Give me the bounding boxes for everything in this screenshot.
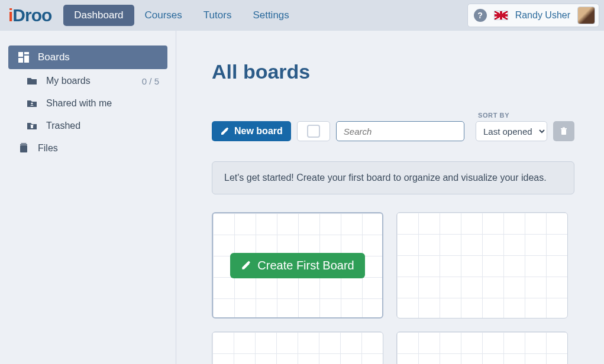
user-name: Randy Usher	[515, 10, 570, 21]
sidebar-item-files[interactable]: Files	[8, 138, 167, 159]
files-icon	[18, 142, 30, 154]
sidebar-item-trashed[interactable]: Trashed	[8, 115, 167, 136]
logo[interactable]: iDroo	[5, 5, 57, 25]
getting-started-text: Let's get started! Create your first boa…	[224, 173, 547, 183]
svg-rect-1	[24, 52, 29, 54]
create-first-board-button[interactable]: Create First Board	[230, 253, 364, 278]
board-grid-row2	[212, 332, 574, 364]
getting-started-banner: Let's get started! Create your first boa…	[212, 161, 574, 194]
sidebar-my-boards-label: My boards	[46, 76, 142, 86]
nav-courses[interactable]: Courses	[134, 5, 193, 26]
new-board-label: New board	[234, 126, 283, 136]
sidebar-my-boards-count: 0 / 5	[142, 76, 159, 86]
sort-by-label: SORT BY	[476, 112, 574, 119]
page-title: All boards	[212, 60, 574, 83]
help-icon[interactable]: ?	[474, 9, 487, 22]
svg-rect-13	[563, 128, 565, 129]
topbar: iDroo Dashboard Courses Tutors Settings …	[0, 0, 604, 31]
user-box[interactable]: ? Randy Usher	[467, 4, 599, 27]
logo-rest: Droo	[12, 5, 51, 25]
search-input[interactable]	[336, 121, 464, 141]
sidebar-item-my-boards[interactable]: My boards 0 / 5	[8, 70, 167, 92]
sidebar-files-label: Files	[38, 143, 159, 154]
flag-icon[interactable]	[494, 11, 508, 20]
nav-tabs: Dashboard Courses Tutors Settings	[63, 5, 299, 26]
nav-tutors[interactable]: Tutors	[193, 5, 243, 26]
dashboard-icon	[18, 51, 30, 63]
board-card-empty[interactable]	[396, 212, 568, 318]
select-all-toggle[interactable]	[297, 121, 330, 141]
edit-icon	[220, 126, 230, 136]
sidebar-shared-label: Shared with me	[46, 98, 159, 109]
trash-folder-icon	[26, 120, 38, 132]
board-grid: Create First Board	[212, 212, 574, 318]
sidebar-item-boards[interactable]: Boards	[8, 46, 167, 69]
svg-rect-0	[18, 52, 23, 57]
sidebar-boards-label: Boards	[38, 51, 159, 63]
sidebar-item-shared[interactable]: Shared with me	[8, 93, 167, 114]
main: All boards New board SORT BY Last opened	[176, 31, 604, 364]
create-first-board-label: Create First Board	[257, 259, 354, 272]
checkbox-outline-icon	[307, 125, 320, 138]
svg-rect-12	[561, 128, 567, 129]
svg-rect-9	[21, 143, 27, 144]
svg-point-4	[31, 102, 33, 104]
board-card-empty[interactable]	[396, 332, 568, 364]
svg-rect-11	[561, 129, 566, 135]
sort-by-select[interactable]: Last opened	[476, 121, 547, 141]
trash-icon	[559, 126, 569, 136]
svg-rect-3	[18, 58, 23, 63]
shared-folder-icon	[26, 98, 38, 109]
board-card-empty[interactable]	[212, 332, 383, 364]
create-first-board-card[interactable]: Create First Board	[212, 212, 383, 318]
folder-icon	[26, 75, 38, 87]
trash-button[interactable]	[553, 121, 574, 141]
nav-settings[interactable]: Settings	[242, 5, 299, 26]
avatar[interactable]	[577, 6, 595, 24]
sidebar-trashed-label: Trashed	[46, 121, 159, 131]
svg-rect-7	[20, 145, 27, 152]
edit-icon	[241, 260, 251, 271]
svg-rect-6	[30, 125, 33, 125]
svg-rect-2	[24, 56, 29, 63]
nav-dashboard[interactable]: Dashboard	[63, 5, 134, 26]
svg-rect-5	[31, 125, 33, 128]
svg-rect-8	[20, 144, 27, 145]
sidebar: Boards My boards 0 / 5 Shared with me Tr…	[0, 31, 176, 364]
new-board-button[interactable]: New board	[212, 121, 291, 141]
toolbar: New board SORT BY Last opened	[212, 112, 574, 141]
